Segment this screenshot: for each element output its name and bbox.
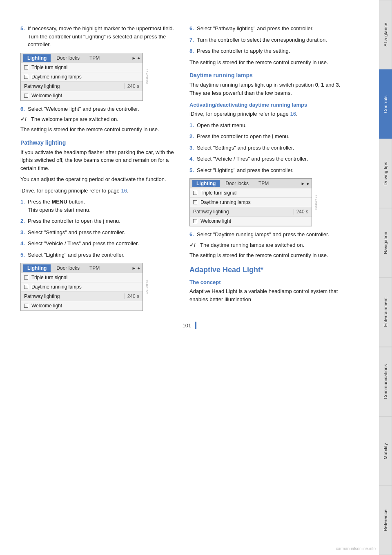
note-right-1: The setting is stored for the remote con… (189, 58, 349, 67)
step-7: 7. Turn the controller to select the cor… (189, 36, 349, 44)
ui-tab-lighting-1: Lighting (23, 54, 51, 62)
ui-checkbox-3 (24, 94, 28, 98)
sidebar-tab-navigation[interactable]: Navigation (379, 208, 392, 278)
daytime-step-3-num: 3. (189, 144, 197, 152)
daytime-step-1: 1. Open the start menu. (189, 121, 349, 130)
ui-side-text-2: 13 4631901 (145, 280, 148, 295)
ui-row-pathway-2: Pathway lighting 240 s (21, 292, 143, 301)
sidebar-tab-reference[interactable]: Reference (379, 486, 392, 555)
ui-screenshot-2: Lighting Door locks TPM ► ● Triple turn … (20, 263, 143, 311)
ui-arrow-1: ► ● (131, 56, 140, 60)
pathway-body-2: You can adjust the operating period or d… (20, 175, 180, 184)
pathway-step-5-text: Select "Lighting" and press the controll… (28, 251, 125, 259)
step-7-number: 7. (189, 36, 197, 44)
ui-row-pathway-3: Pathway lighting 240 s (190, 207, 312, 217)
step-8-number: 8. (189, 47, 197, 55)
heading-daytime: Daytime running lamps (189, 72, 349, 78)
pathway-step-5-num: 5. (20, 251, 28, 259)
ui-tab-lighting-2: Lighting (23, 264, 51, 272)
daytime-step-4-num: 4. (189, 155, 197, 163)
ui-checkbox-6 (24, 304, 28, 308)
ui-label-daytime-1: Daytime running lamps (31, 74, 82, 80)
sidebar-tab-communications[interactable]: Communications (379, 347, 392, 416)
result-2: ✓/ The daytime running lamps are switche… (189, 242, 349, 248)
step-6-left-text: Select "Welcome light" and press the con… (28, 105, 139, 113)
ui-arrow-right-3: ► (301, 181, 305, 186)
page-number-row: 101 (20, 322, 359, 329)
ui-checkbox-8 (193, 200, 197, 204)
sidebar-tab-controls[interactable]: Controls (379, 69, 392, 139)
ui-label-daytime-3: Daytime running lamps (200, 199, 251, 205)
heading-activating: Activating/deactivating daytime running … (189, 102, 349, 108)
sidebar-tab-label-5: Communications (383, 364, 388, 399)
pathway-step-1-num: 1. (20, 198, 28, 214)
daytime-step-5-num: 5. (189, 166, 197, 175)
pathway-body-1: If you activate the headlamp flasher aft… (20, 148, 180, 172)
pathway-step-1: 1. Press the MENU button.This opens the … (20, 198, 180, 214)
result-2-text: The daytime running lamps are switched o… (200, 242, 304, 248)
ui-row-triple-3: Triple turn signal (190, 188, 312, 198)
ui-tab-tpm-2: TPM (85, 264, 104, 272)
watermark: carmanualsonline.info (336, 546, 376, 551)
pathway-idrive-link[interactable]: 16 (121, 188, 127, 194)
step-6-right-number: 6. (189, 25, 197, 33)
ui-row-triple-2: Triple turn signal (21, 273, 143, 282)
adaptive-body: Adaptive Head Light is a variable headla… (189, 287, 349, 303)
ui-tab-doorlocks-1: Door locks (52, 54, 84, 62)
step-6-right: 6. Select "Pathway lighting" and press t… (189, 25, 349, 33)
pathway-step-3-num: 3. (20, 228, 28, 237)
pathway-idrive-page: 16. (121, 188, 128, 194)
sidebar-tab-mobility[interactable]: Mobility (379, 416, 392, 486)
daytime-idrive-period: . (296, 111, 298, 117)
step-6b-number: 6. (189, 231, 197, 239)
step-7-text: Turn the controller to select the corres… (197, 36, 327, 44)
ui-row-triple-1: Triple turn signal (21, 63, 143, 72)
ui-tab-lighting-3: Lighting (192, 180, 220, 187)
daytime-body: The daytime running lamps light up in sw… (189, 81, 349, 97)
ui-label-pathway-1: Pathway lighting (24, 83, 60, 89)
sidebar-tab-driving-tips[interactable]: Driving tips (379, 139, 392, 208)
ui-side-text-3: 13 4631901 (314, 195, 317, 210)
sidebar-tab-label-6: Mobility (383, 443, 388, 459)
ui-row-daytime-2: Daytime running lamps (21, 282, 143, 292)
heading-pathway: Pathway lighting (20, 139, 180, 146)
note-right-2: The setting is stored for the remote con… (189, 251, 349, 260)
ui-label-triple-3: Triple turn signal (200, 190, 236, 196)
step-6-left: 6. Select "Welcome light" and press the … (20, 105, 180, 113)
ui-dot-3: ● (306, 181, 309, 186)
heading-adaptive: Adaptive Head Light* (189, 266, 349, 274)
ui-screenshot-1: Lighting Door locks TPM ► ● Triple turn … (20, 53, 143, 101)
sidebar-tab-entertainment[interactable]: Entertainment (379, 278, 392, 347)
daytime-step-1-num: 1. (189, 121, 197, 130)
ui-tab-doorlocks-2: Door locks (52, 264, 84, 272)
daytime-idrive-link[interactable]: 16 (290, 111, 296, 117)
sidebar-tab-at-a-glance[interactable]: At a glance (379, 0, 392, 69)
left-column: 5. If necessary, move the highlight mark… (20, 25, 180, 315)
main-content: 5. If necessary, move the highlight mark… (0, 0, 379, 555)
daytime-step-3: 3. Select "Settings" and press the contr… (189, 144, 349, 152)
pathway-step-4-num: 4. (20, 239, 28, 248)
right-column: 6. Select "Pathway lighting" and press t… (189, 25, 349, 315)
sidebar-tab-label-3: Navigation (383, 232, 388, 254)
step-5-text: If necessary, move the highlight marker … (28, 25, 180, 49)
ui-label-pathway-3: Pathway lighting (193, 209, 229, 215)
ui-value-pathway-3: 240 s (294, 209, 308, 215)
result-1-text: The welcome lamps are switched on. (31, 116, 118, 122)
ui-checkbox-9 (193, 219, 197, 223)
checkmark-icon-2: ✓/ (189, 242, 198, 248)
ui-checkbox-4 (24, 275, 28, 280)
daytime-step-3-text: Select "Settings" and press the controll… (197, 144, 294, 152)
pathway-step-2: 2. Press the controller to open the i me… (20, 217, 180, 225)
ui-header-2: Lighting Door locks TPM ► ● (21, 263, 143, 273)
ui-tab-doorlocks-3: Door locks (221, 180, 253, 187)
note-1: The setting is stored for the remote con… (20, 125, 180, 134)
daytime-step-2-num: 2. (189, 132, 197, 141)
daytime-step-5: 5. Select "Lighting" and press the contr… (189, 166, 349, 175)
page-num-bar (195, 322, 196, 329)
ui-side-label-1: 13 4631901 (143, 53, 150, 101)
step-5-number: 5. (20, 25, 28, 49)
sidebar-tab-label-4: Entertainment (383, 298, 388, 327)
ui-label-pathway-2: Pathway lighting (24, 293, 60, 299)
step-6b: 6. Select "Daytime running lamps" and pr… (189, 231, 349, 239)
pathway-step-2-num: 2. (20, 217, 28, 225)
